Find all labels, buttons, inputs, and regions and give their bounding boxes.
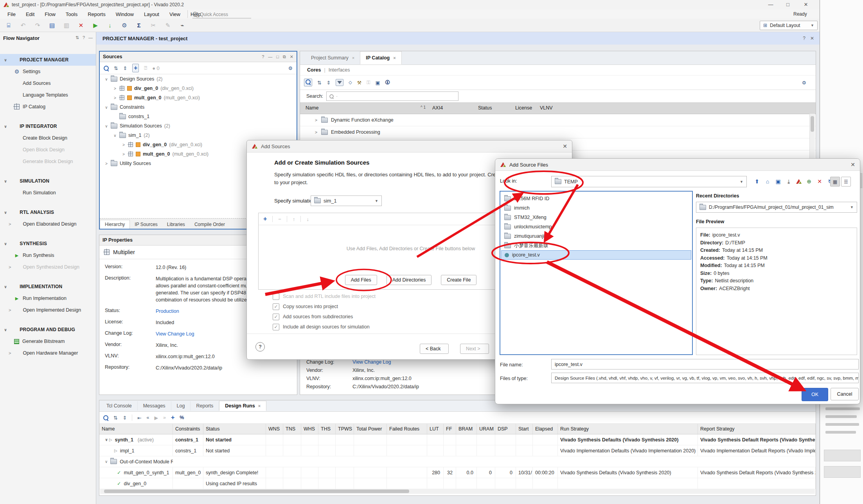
file-list-item[interactable]: 小梦音乐最新版 (501, 241, 691, 250)
menu-item[interactable]: Layout (139, 11, 164, 17)
tree-twisty-icon[interactable]: > (113, 86, 117, 91)
home-icon[interactable]: ⌂ (764, 178, 771, 185)
filter-icon[interactable] (336, 79, 343, 86)
tree-item[interactable]: > mult_gen_0 (mult_gen_0.xci) (100, 93, 297, 102)
col-name[interactable]: Name (306, 105, 318, 111)
files-of-type-dropdown[interactable]: Design Source Files (.vhd, vhdl, vhf, vh… (551, 373, 859, 383)
flow-navigator-item[interactable]: PROGRAM AND DEBUG (0, 324, 96, 335)
sim-set-dropdown[interactable]: sim_1 ▼ (311, 196, 382, 206)
tree-twisty-icon[interactable]: ∨ (104, 105, 108, 109)
column-header[interactable]: Failed Routes (387, 424, 427, 434)
collapse-all-icon[interactable]: ⇅ (113, 415, 117, 421)
first-icon[interactable]: ⇤ (137, 415, 141, 421)
undo-icon[interactable]: ↶ (19, 22, 27, 29)
flow-navigator-item[interactable]: > Open Synthesized Design (0, 261, 96, 273)
panel-help-icon[interactable]: ? (262, 54, 264, 59)
file-list-item[interactable]: unlockmusictemp (501, 222, 691, 231)
collapse-icon[interactable]: ⇅ (76, 35, 79, 40)
col-license[interactable]: License (515, 105, 532, 111)
sources-tab[interactable]: IP Sources (130, 220, 162, 229)
flow-navigator-item[interactable]: Run Simulation (0, 187, 96, 199)
step-icon[interactable]: ↓ (106, 22, 114, 29)
next-button[interactable]: Next > (460, 344, 489, 354)
column-header[interactable]: TNS (283, 424, 301, 434)
wand-icon[interactable]: ⌁ (178, 22, 186, 29)
move-down-icon[interactable]: ↓ (306, 216, 309, 222)
tab-close-icon[interactable]: × (352, 56, 354, 60)
remove-icon[interactable]: − (278, 216, 281, 222)
flow-navigator-item[interactable]: Language Templates (0, 89, 96, 101)
desktop-icon[interactable]: ▣ (775, 178, 782, 185)
collapse-all-icon[interactable]: ⇅ (317, 80, 321, 86)
tree-item[interactable]: constrs_1 (100, 112, 297, 121)
column-header[interactable]: Constraints (173, 424, 203, 434)
file-dialog-titlebar[interactable]: Add Source Files ✕ (495, 159, 860, 171)
flow-navigator-item[interactable]: Open Block Design (0, 144, 96, 156)
column-header[interactable]: WHS (301, 424, 318, 434)
ok-button[interactable]: OK (802, 388, 828, 401)
menu-item[interactable]: Tools (61, 11, 83, 17)
grid-view-icon[interactable]: ▦ (830, 177, 840, 187)
flow-navigator-item[interactable]: Generate Bitstream (0, 335, 96, 347)
copy-icon[interactable]: ▥ (63, 22, 70, 29)
expand-all-icon[interactable]: ⇕ (326, 80, 330, 86)
up-directory-icon[interactable]: ⬆ (753, 178, 761, 185)
dialog-action-button[interactable]: Add Files (345, 275, 377, 285)
expand-all-icon[interactable]: ⇕ (122, 415, 126, 421)
bottom-tab[interactable]: Tcl Console (101, 401, 138, 411)
vivado-home-icon[interactable] (796, 179, 802, 184)
flow-navigator-item[interactable]: RTL ANALYSIS (0, 206, 96, 218)
column-header[interactable]: DSP (495, 424, 516, 434)
option-checkbox[interactable]: Include all design sources for simulatio… (273, 322, 376, 332)
tab-interfaces[interactable]: Interfaces (329, 67, 350, 73)
new-folder-icon[interactable]: ⊕ (805, 178, 813, 185)
play-icon[interactable]: ▶ (154, 415, 158, 421)
tree-twisty-icon[interactable]: > (122, 152, 126, 156)
column-header[interactable]: Report Strategy (698, 424, 816, 434)
design-run-row[interactable]: ∨ Out-of-Context Module Runs (99, 456, 816, 467)
dialog-action-button[interactable]: Create File (441, 275, 476, 285)
column-header[interactable]: Elapsed (533, 424, 558, 434)
gear-icon[interactable]: ⚙ (288, 65, 293, 71)
column-header[interactable]: BRAM (456, 424, 477, 434)
chevron-right-icon[interactable]: > (314, 130, 318, 135)
option-checkbox[interactable]: Add sources from subdirectories (273, 312, 376, 322)
col-status[interactable]: Status (478, 105, 492, 111)
key-icon[interactable]: ⚿ (367, 80, 370, 86)
file-list-item[interactable]: 13.56M RFID ID (501, 194, 691, 203)
sources-tab[interactable]: Hierarchy (100, 220, 130, 229)
column-header[interactable]: Run Strategy (558, 424, 698, 434)
bottom-tab[interactable]: Messages (138, 401, 171, 411)
tab-cores[interactable]: Cores (307, 67, 321, 73)
menu-item[interactable]: View (164, 11, 185, 17)
design-run-row[interactable]: ▷ impl_1 constrs_1 Not started Vivado Im… (99, 445, 816, 456)
checkbox-icon[interactable] (273, 324, 279, 330)
info-icon[interactable]: 🛈 (385, 80, 390, 85)
panel-float-icon[interactable]: ⧉ (283, 54, 286, 59)
flow-navigator-item[interactable]: IP Catalog (0, 101, 96, 113)
twisty-icon[interactable]: ∨ ▷ (105, 438, 112, 442)
ip-search-input[interactable]: · (326, 91, 458, 101)
tree-twisty-icon[interactable]: > (122, 143, 126, 147)
document-icon[interactable]: ▤ (48, 22, 56, 29)
tree-twisty-icon[interactable]: ∨ (113, 133, 117, 138)
file-list-item[interactable]: STM32_Xifeng (501, 213, 691, 222)
delete-icon[interactable]: ✕ (816, 178, 823, 185)
add-icon[interactable]: + (263, 215, 267, 222)
close-icon[interactable]: ✕ (850, 161, 855, 168)
maximize-button[interactable]: □ (780, 1, 796, 9)
minimize-button[interactable]: — (763, 1, 778, 9)
redo-icon[interactable]: ↷ (34, 22, 41, 29)
column-header[interactable]: FF (444, 424, 456, 434)
pencil-icon[interactable]: ✎ (164, 22, 172, 29)
run-icon[interactable]: ▶ (92, 22, 99, 29)
flow-navigator-item[interactable]: > Open Elaborated Design (0, 218, 96, 230)
flow-navigator-item[interactable]: Create Block Design (0, 132, 96, 144)
add-sources-dialog-titlebar[interactable]: Add Sources ✕ (247, 140, 572, 152)
checkbox-icon[interactable] (273, 314, 279, 320)
delete-icon[interactable]: ✕ (77, 22, 85, 29)
banner-close-icon[interactable]: ✕ (810, 36, 814, 41)
flow-navigator-item[interactable]: SYNTHESIS (0, 238, 96, 249)
scrollbar-thumb[interactable] (104, 490, 409, 493)
bottom-tab[interactable]: Log (171, 401, 191, 411)
